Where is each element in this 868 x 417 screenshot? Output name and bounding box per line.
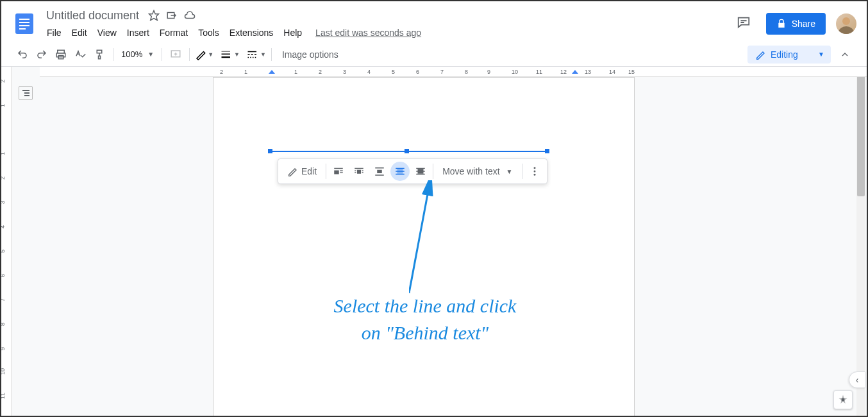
svg-marker-23 (269, 70, 275, 74)
document-title[interactable]: Untitled document (42, 8, 143, 24)
selection-handle-middle[interactable] (405, 149, 409, 153)
separator (113, 48, 113, 61)
svg-rect-39 (396, 168, 405, 169)
app-header: Untitled document File Edit View Insert … (1, 1, 867, 42)
separator (433, 164, 433, 179)
svg-rect-3 (19, 25, 29, 26)
menu-tools[interactable]: Tools (194, 25, 224, 40)
add-comment-icon[interactable] (167, 46, 184, 63)
comments-icon[interactable] (731, 10, 756, 37)
redo-icon[interactable] (33, 46, 50, 63)
svg-rect-4 (19, 28, 26, 30)
selection-handle-left[interactable] (268, 149, 272, 153)
break-text-icon[interactable] (370, 162, 389, 181)
docs-logo-icon[interactable] (12, 11, 37, 37)
behind-text-icon[interactable] (390, 162, 410, 181)
svg-rect-31 (355, 171, 356, 172)
header-right: Share (731, 10, 856, 37)
inline-wrap-icon[interactable] (329, 162, 348, 181)
line-weight-dropdown[interactable]: ▼ (220, 49, 240, 60)
svg-rect-36 (377, 170, 382, 173)
menu-insert[interactable]: Insert (122, 25, 154, 40)
edit-button[interactable]: Edit (281, 162, 323, 180)
floating-image-toolbar: Edit Move with text▼ (278, 158, 547, 184)
title-row: Untitled document (42, 8, 731, 24)
svg-rect-34 (362, 173, 363, 174)
separator (162, 48, 162, 61)
svg-rect-2 (19, 22, 29, 23)
pencil-icon (755, 49, 765, 60)
scrollbar-thumb[interactable] (857, 68, 865, 196)
svg-rect-1 (19, 19, 29, 20)
svg-rect-21 (253, 56, 254, 58)
svg-point-46 (533, 167, 535, 169)
editing-mode-dropdown[interactable]: Editing ▼ (747, 46, 831, 64)
user-avatar[interactable] (836, 13, 856, 34)
indent-end-marker-icon[interactable] (572, 70, 578, 78)
document-page[interactable]: Edit Move with text▼ Select the line and… (213, 77, 635, 417)
svg-rect-40 (396, 171, 405, 172)
toolbar-right: Editing ▼ (747, 46, 854, 64)
cloud-icon[interactable] (184, 10, 196, 21)
selection-handle-right[interactable] (545, 149, 549, 153)
svg-rect-13 (222, 53, 231, 55)
outline-icon[interactable] (19, 86, 33, 100)
last-edit-link[interactable]: Last edit was seconds ago (315, 28, 421, 38)
svg-rect-19 (248, 56, 249, 58)
svg-rect-0 (15, 13, 33, 34)
svg-point-6 (842, 17, 850, 25)
line-color-dropdown[interactable]: ▼ (195, 49, 213, 60)
svg-line-50 (409, 184, 430, 293)
document-canvas: 2 1 1 2 3 4 5 6 7 8 9 10 11 12 13 14 15 (40, 67, 867, 417)
star-icon[interactable] (148, 10, 160, 21)
undo-icon[interactable] (14, 46, 31, 63)
line-dash-dropdown[interactable]: ▼ (246, 49, 266, 60)
image-options-button[interactable]: Image options (277, 49, 344, 60)
menu-edit[interactable]: Edit (67, 25, 92, 40)
spellcheck-icon[interactable] (72, 46, 88, 63)
wrap-text-icon[interactable] (349, 162, 369, 181)
more-options-icon[interactable] (525, 162, 544, 181)
svg-rect-20 (250, 56, 251, 58)
annotation-arrow-icon (409, 180, 447, 296)
svg-rect-32 (362, 171, 363, 172)
svg-rect-12 (222, 51, 231, 51)
svg-rect-17 (251, 54, 253, 55)
svg-rect-14 (222, 56, 231, 58)
svg-marker-5 (149, 11, 159, 21)
collapse-toolbar-icon[interactable] (836, 46, 854, 64)
horizontal-ruler[interactable]: 2 1 1 2 3 4 5 6 7 8 9 10 11 12 13 14 15 (40, 67, 867, 77)
explore-button-icon[interactable] (833, 390, 853, 409)
front-text-icon[interactable] (411, 162, 430, 181)
menu-view[interactable]: View (93, 25, 121, 40)
lock-icon (776, 19, 787, 29)
move-with-text-dropdown[interactable]: Move with text▼ (436, 162, 519, 180)
print-icon[interactable] (53, 46, 69, 63)
svg-rect-27 (340, 171, 343, 172)
indent-marker-icon[interactable] (269, 70, 275, 78)
vertical-ruler[interactable]: 2 1 1 2 3 4 5 6 7 8 9 10 11 (1, 67, 12, 417)
svg-marker-24 (572, 70, 578, 74)
expand-side-panel-icon[interactable]: ‹ (849, 371, 865, 388)
svg-rect-33 (355, 173, 356, 174)
separator (522, 164, 522, 179)
zoom-dropdown[interactable]: 100%▼ (119, 47, 156, 62)
menu-format[interactable]: Format (155, 25, 192, 40)
vertical-scrollbar[interactable] (856, 67, 865, 417)
menu-file[interactable]: File (42, 25, 66, 40)
svg-rect-51 (842, 398, 845, 402)
paint-format-icon[interactable] (91, 46, 108, 63)
svg-rect-44 (416, 174, 425, 175)
menu-help[interactable]: Help (279, 25, 306, 40)
svg-rect-29 (355, 168, 363, 169)
annotation-text: Select the line and click on "Behind tex… (246, 293, 605, 346)
svg-rect-28 (340, 173, 343, 174)
svg-rect-22 (255, 56, 256, 58)
svg-rect-30 (357, 170, 361, 174)
move-icon[interactable] (166, 10, 178, 21)
svg-rect-41 (396, 174, 405, 175)
separator (189, 48, 190, 61)
svg-rect-26 (334, 171, 339, 174)
menu-extensions[interactable]: Extensions (225, 25, 278, 40)
share-button[interactable]: Share (766, 13, 826, 35)
